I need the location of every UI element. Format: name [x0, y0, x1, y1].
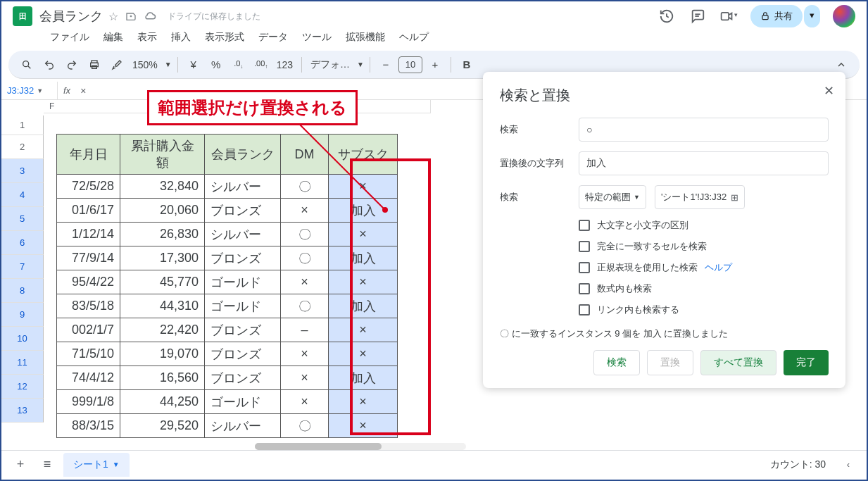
comment-icon[interactable]: [688, 7, 707, 25]
zoom-dropdown-icon[interactable]: ▼: [165, 61, 172, 68]
replace-input[interactable]: [579, 151, 829, 175]
explore-icon[interactable]: ‹: [838, 455, 858, 475]
menu-insert[interactable]: 挿入: [165, 28, 197, 46]
formula-cancel-icon[interactable]: ×: [76, 85, 90, 96]
chk-case[interactable]: 大文字と小文字の区別: [579, 219, 829, 232]
cell-sub[interactable]: 加入: [329, 366, 398, 390]
chk-exact[interactable]: 完全に一致するセルを検索: [579, 240, 829, 253]
help-link[interactable]: ヘルプ: [705, 261, 732, 274]
cell-date[interactable]: 83/5/18: [57, 294, 120, 318]
cell-amount[interactable]: 20,060: [120, 199, 205, 223]
cell-date[interactable]: 71/5/10: [57, 342, 120, 366]
cell-sub[interactable]: ×: [329, 414, 398, 438]
horizontal-scrollbar[interactable]: [255, 443, 466, 450]
cell-date[interactable]: 002/1/7: [57, 318, 120, 342]
paint-format-icon[interactable]: [107, 55, 127, 75]
name-box-dropdown-icon[interactable]: ▼: [37, 87, 43, 94]
btn-search[interactable]: 検索: [593, 350, 640, 375]
cell-dm[interactable]: –: [281, 318, 329, 342]
cell-amount[interactable]: 44,310: [120, 294, 205, 318]
add-sheet-icon[interactable]: +: [10, 454, 31, 475]
menu-file[interactable]: ファイル: [44, 28, 96, 46]
dialog-close-icon[interactable]: ✕: [824, 83, 834, 99]
increase-decimal-btn[interactable]: .00↑: [251, 55, 271, 75]
selection-count[interactable]: カウント: 30: [770, 458, 833, 471]
percent-btn[interactable]: %: [206, 55, 226, 75]
cell-date[interactable]: 77/9/14: [57, 246, 120, 270]
row-header[interactable]: 1: [1, 115, 44, 135]
cell-rank[interactable]: ブロンズ: [205, 246, 281, 270]
cell-rank[interactable]: シルバー: [205, 175, 281, 199]
cell-amount[interactable]: 19,070: [120, 342, 205, 366]
row-header[interactable]: 2: [1, 135, 44, 159]
scope-select[interactable]: 特定の範囲 ▼: [579, 185, 646, 209]
row-header[interactable]: 10: [1, 327, 44, 351]
cell-amount[interactable]: 17,300: [120, 246, 205, 270]
cell-date[interactable]: 74/4/12: [57, 366, 120, 390]
font-dropdown-icon[interactable]: ▼: [357, 61, 364, 68]
star-icon[interactable]: ☆: [108, 10, 118, 23]
row-header[interactable]: 13: [1, 399, 44, 423]
cell-amount[interactable]: 26,830: [120, 223, 205, 246]
row-header[interactable]: 9: [1, 303, 44, 327]
cell-dm[interactable]: ×: [281, 342, 329, 366]
cell-amount[interactable]: 29,520: [120, 414, 205, 438]
cell-sub[interactable]: ×: [329, 318, 398, 342]
menu-help[interactable]: ヘルプ: [393, 28, 435, 46]
sheet-tab-1[interactable]: シート1 ▼: [63, 453, 130, 477]
chk-links[interactable]: リンク内も検索する: [579, 304, 829, 316]
user-avatar[interactable]: [833, 5, 855, 27]
row-header[interactable]: 3: [1, 159, 44, 183]
move-icon[interactable]: [125, 11, 137, 22]
cell-amount[interactable]: 32,840: [120, 175, 205, 199]
row-header[interactable]: 6: [1, 231, 44, 255]
range-input[interactable]: 'シート1'!J3:J32 ⊞: [655, 185, 745, 209]
cell-rank[interactable]: ゴールド: [205, 294, 281, 318]
font-select[interactable]: デフォ…: [308, 58, 353, 71]
row-header[interactable]: 12: [1, 375, 44, 399]
print-icon[interactable]: [84, 55, 104, 75]
cell-rank[interactable]: ブロンズ: [205, 318, 281, 342]
search-input[interactable]: [579, 118, 829, 142]
cell-sub[interactable]: ×: [329, 223, 398, 246]
name-box[interactable]: J3:J32 ▼: [1, 82, 58, 99]
format-123-btn[interactable]: 123: [274, 59, 296, 70]
search-icon[interactable]: [17, 55, 37, 75]
cell-amount[interactable]: 22,420: [120, 318, 205, 342]
cell-dm[interactable]: 〇: [281, 223, 329, 246]
history-icon[interactable]: [658, 7, 676, 25]
row-header[interactable]: 7: [1, 255, 44, 279]
cell-rank[interactable]: ブロンズ: [205, 342, 281, 366]
doc-title[interactable]: 会員ランク: [39, 8, 103, 25]
cell-dm[interactable]: 〇: [281, 294, 329, 318]
row-header[interactable]: 11: [1, 351, 44, 375]
sheets-logo[interactable]: 田: [13, 6, 32, 26]
th-rank[interactable]: 会員ランク: [205, 135, 281, 175]
chk-regex[interactable]: 正規表現を使用した検索 ヘルプ: [579, 261, 829, 274]
cell-amount[interactable]: 16,560: [120, 366, 205, 390]
cell-rank[interactable]: ブロンズ: [205, 199, 281, 223]
cell-sub[interactable]: 加入: [329, 294, 398, 318]
all-sheets-icon[interactable]: ≡: [37, 454, 58, 475]
cell-dm[interactable]: ×: [281, 270, 329, 294]
cell-rank[interactable]: シルバー: [205, 414, 281, 438]
cell-dm[interactable]: 〇: [281, 414, 329, 438]
cell-date[interactable]: 88/3/15: [57, 414, 120, 438]
cell-rank[interactable]: シルバー: [205, 223, 281, 246]
menu-tools[interactable]: ツール: [296, 28, 338, 46]
cell-sub[interactable]: 加入: [329, 246, 398, 270]
cell-date[interactable]: 999/1/8: [57, 390, 120, 414]
menu-format[interactable]: 表示形式: [199, 28, 251, 46]
meet-icon[interactable]: ▾: [719, 7, 738, 25]
font-size-input[interactable]: 10: [398, 56, 422, 73]
cloud-icon[interactable]: [144, 10, 156, 23]
cell-dm[interactable]: ×: [281, 390, 329, 414]
font-size-decrease[interactable]: −: [376, 55, 396, 75]
cell-dm[interactable]: ×: [281, 366, 329, 390]
th-date[interactable]: 年月日: [57, 135, 120, 175]
zoom-select[interactable]: 150%: [130, 59, 161, 70]
cell-rank[interactable]: ブロンズ: [205, 366, 281, 390]
chk-formula[interactable]: 数式内も検索: [579, 282, 829, 295]
cell-date[interactable]: 01/6/17: [57, 199, 120, 223]
btn-replace-all[interactable]: すべて置換: [700, 350, 776, 375]
